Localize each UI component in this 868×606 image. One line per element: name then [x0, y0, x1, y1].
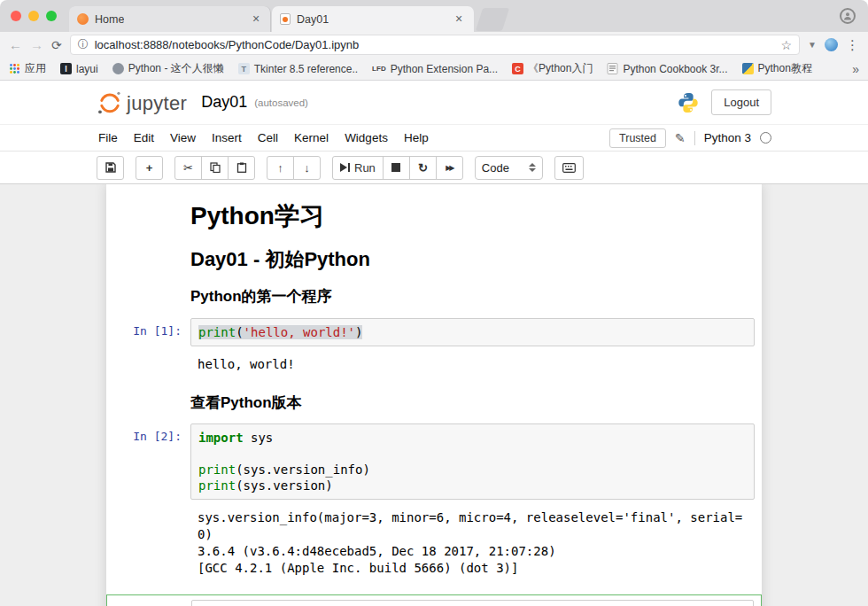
url-omnibox[interactable]: ⓘ localhost:8888/notebooks/PythonCode/Da… [70, 35, 800, 55]
add-cell-button[interactable]: + [136, 156, 163, 180]
bookmarks-bar: 应用 l layui Python - 这个人很懒 T Tkinter 8.5 … [0, 58, 868, 81]
python-logo-icon [677, 91, 700, 114]
bookmark-label: Python Cookbook 3r... [623, 63, 727, 75]
downloads-triangle-icon[interactable]: ▼ [808, 40, 817, 50]
bookmark-liaoxuefeng[interactable]: Python - 这个人很懒 [112, 61, 224, 76]
code-cell-1[interactable]: In [1]: print('hello, world!') [106, 315, 762, 349]
run-label: Run [354, 161, 376, 175]
restart-run-all-button[interactable]: ▶▶ [436, 156, 463, 180]
minimize-window-button[interactable] [28, 11, 39, 21]
close-tab-icon[interactable]: × [452, 12, 466, 27]
pencil-icon[interactable]: ✎ [675, 131, 686, 145]
code-input-area[interactable]: print('hello, world!') [190, 318, 755, 346]
forward-button[interactable]: → [30, 38, 43, 51]
input-prompt: In [2]: [106, 423, 190, 500]
stop-icon [391, 163, 400, 172]
markdown-cell-first-program[interactable]: Python的第一个程序 [106, 279, 762, 315]
clipboard-icon [236, 162, 247, 173]
zoom-window-button[interactable] [46, 11, 57, 21]
code-cell-3-empty-selected[interactable]: In [ ]: [106, 594, 762, 606]
bookmark-python-extension[interactable]: LFD Python Extension Pa... [372, 63, 498, 75]
markdown-cell-title[interactable]: Python学习 [106, 193, 762, 239]
restart-icon: ↻ [418, 162, 428, 174]
bookmarks-overflow-icon[interactable]: » [852, 62, 859, 76]
menu-edit[interactable]: Edit [126, 131, 162, 144]
c-favicon-icon: C [512, 63, 523, 74]
site-info-icon[interactable]: ⓘ [78, 37, 89, 52]
back-button[interactable]: ← [9, 38, 22, 51]
divider [694, 131, 695, 145]
trusted-badge[interactable]: Trusted [609, 128, 666, 148]
paste-cell-button[interactable] [228, 156, 255, 180]
fast-forward-icon: ▶▶ [446, 164, 453, 172]
bookmark-apps[interactable]: 应用 [9, 61, 46, 76]
bookmark-layui[interactable]: l layui [60, 63, 98, 75]
menu-help[interactable]: Help [396, 131, 437, 144]
markdown-cell-day01[interactable]: Day01 - 初始Python [106, 239, 762, 279]
bookmark-label: Python - 这个人很懒 [128, 61, 224, 76]
title-bar: Home × Day01 × [0, 0, 868, 32]
bookmark-label: layui [76, 63, 98, 75]
markdown-cell-version[interactable]: 查看Python版本 [106, 385, 762, 421]
cell-type-dropdown[interactable]: Code [475, 156, 543, 180]
menu-insert[interactable]: Insert [204, 131, 250, 144]
jupyter-logo[interactable]: jupyter [97, 90, 187, 115]
bookmark-python-intro[interactable]: C 《Python入门 [512, 61, 593, 76]
close-window-button[interactable] [11, 11, 21, 21]
code-input-area[interactable]: import sys print(sys.version_info) print… [190, 423, 755, 500]
profile-avatar[interactable] [840, 8, 856, 24]
input-prompt: In [ ]: [107, 600, 191, 606]
code-cell-2[interactable]: In [2]: import sys print(sys.version_inf… [106, 421, 762, 502]
bookmark-python-cookbook[interactable]: Python Cookbook 3r... [607, 63, 727, 75]
move-cell-up-button[interactable]: ↑ [267, 156, 294, 180]
layui-favicon-icon: l [60, 63, 72, 74]
menu-view[interactable]: View [162, 131, 204, 144]
reload-button[interactable]: ⟳ [51, 39, 62, 51]
tab-strip: Home × Day01 × [69, 0, 506, 32]
command-palette-button[interactable] [554, 156, 584, 180]
logout-button[interactable]: Logout [711, 89, 771, 115]
menu-widgets[interactable]: Widgets [337, 131, 396, 144]
tab-title: Day01 [297, 13, 329, 26]
notebook-favicon-icon [280, 13, 291, 25]
arrow-up-icon: ↑ [277, 162, 283, 174]
notebook-scroll-area[interactable]: Python学习 Day01 - 初始Python Python的第一个程序 I… [0, 184, 868, 606]
bookmark-tkinter[interactable]: T Tkinter 8.5 reference.. [238, 63, 358, 75]
keyboard-icon [562, 163, 576, 173]
interrupt-kernel-button[interactable] [383, 156, 410, 180]
arrow-down-icon: ↓ [304, 162, 310, 174]
tab-title: Home [95, 13, 124, 26]
new-tab-button[interactable] [476, 8, 509, 31]
jupyter-logo-icon [97, 90, 123, 115]
copy-cell-button[interactable] [201, 156, 229, 180]
tab-home[interactable]: Home × [69, 6, 271, 32]
code-input-area[interactable] [191, 600, 754, 606]
bookmark-python-tutorial[interactable]: Python教程 [742, 61, 812, 76]
cell-type-value: Code [482, 161, 509, 175]
extension-globe-icon[interactable] [825, 38, 838, 51]
notebook-menubar: File Edit View Insert Cell Kernel Widget… [0, 124, 868, 152]
bookmark-star-icon[interactable]: ☆ [781, 38, 793, 52]
save-button[interactable] [97, 156, 124, 180]
menu-file[interactable]: File [97, 131, 126, 144]
notebook-title[interactable]: Day01 [201, 93, 247, 112]
menu-cell[interactable]: Cell [250, 131, 286, 144]
menu-kernel[interactable]: Kernel [286, 131, 337, 144]
kernel-status-indicator [760, 132, 771, 144]
step-forward-icon [340, 163, 350, 172]
cut-cell-button[interactable]: ✂ [174, 156, 202, 180]
browser-menu-icon[interactable]: ⋮ [846, 37, 859, 53]
person-icon [843, 12, 852, 20]
jupyter-header: jupyter Day01 (autosaved) Logout [0, 81, 868, 124]
run-cell-button[interactable]: Run [332, 156, 384, 180]
copy-icon [210, 162, 221, 173]
bookmark-label: Python Extension Pa... [391, 63, 498, 75]
notebook-container: Python学习 Day01 - 初始Python Python的第一个程序 I… [106, 184, 762, 606]
restart-kernel-button[interactable]: ↻ [409, 156, 437, 180]
tab-day01[interactable]: Day01 × [272, 6, 474, 32]
address-bar: ← → ⟳ ⓘ localhost:8888/notebooks/PythonC… [0, 32, 868, 58]
input-prompt: In [1]: [106, 318, 190, 346]
close-tab-icon[interactable]: × [249, 12, 263, 27]
heading-check-version: 查看Python版本 [190, 394, 753, 412]
move-cell-down-button[interactable]: ↓ [293, 156, 321, 180]
